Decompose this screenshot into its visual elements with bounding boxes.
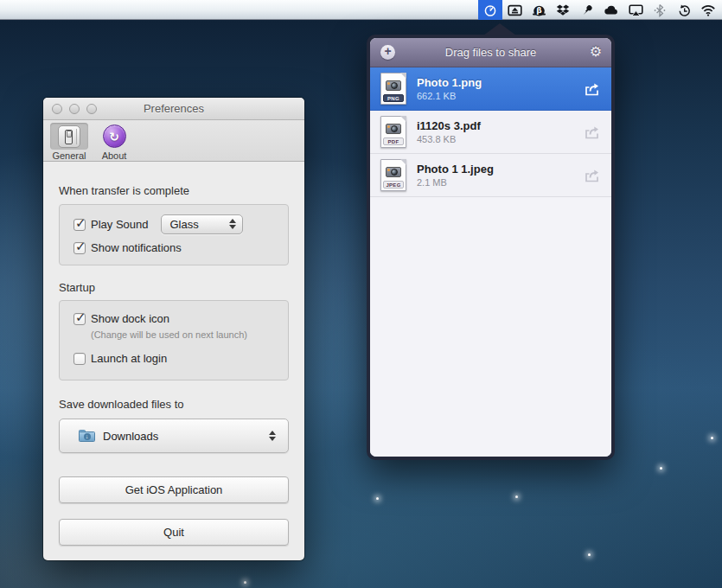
section-label-startup: Startup	[59, 281, 95, 294]
file-size: 662.1 KB	[417, 91, 583, 101]
share-icon[interactable]	[583, 125, 601, 140]
share-popover: + Drag files to share ⚙ PNG Photo 1.png …	[367, 35, 615, 460]
show-notifications-row: Show notifications	[73, 241, 288, 254]
file-name: Photo 1.png	[417, 76, 583, 89]
general-icon	[50, 123, 88, 150]
about-icon: ↻	[95, 123, 133, 150]
tab-about[interactable]: ↻ About	[93, 123, 135, 161]
tab-general-label: General	[52, 150, 86, 161]
dropbox-icon[interactable]	[551, 0, 575, 20]
preferences-toolbar: General ↻ About	[43, 120, 304, 162]
play-sound-row: Play Sound Glass	[73, 214, 288, 234]
quit-button[interactable]: Quit	[59, 519, 289, 546]
png-file-icon: PNG	[380, 73, 406, 105]
show-dock-icon-label: Show dock icon	[91, 312, 169, 325]
show-dock-icon-checkbox[interactable]	[73, 313, 86, 325]
preferences-titlebar[interactable]: Preferences	[43, 98, 304, 120]
file-row-photo1[interactable]: PNG Photo 1.png 662.1 KB	[370, 67, 611, 111]
time-machine-icon[interactable]	[672, 0, 696, 20]
startup-group-box: Show dock icon (Change will be used on n…	[59, 300, 289, 380]
bluetooth-icon[interactable]	[648, 0, 672, 20]
gear-icon[interactable]: ⚙	[590, 43, 602, 60]
get-ios-application-button[interactable]: Get iOS Application	[59, 476, 289, 503]
add-file-button[interactable]: +	[380, 45, 395, 60]
transfer-group-box: Play Sound Glass Show notifications	[59, 204, 289, 265]
airplay-icon[interactable]	[623, 0, 648, 20]
pdf-file-icon: PDF	[380, 116, 406, 148]
popup-stepper-icon	[229, 219, 236, 229]
file-size: 453.8 KB	[417, 134, 583, 144]
downloads-folder-icon: ↓	[79, 430, 95, 442]
popover-title: Drag files to share	[445, 46, 537, 59]
popover-arrow	[483, 23, 516, 35]
launch-at-login-label: Launch at login	[91, 352, 167, 365]
popup-stepper-icon	[269, 431, 276, 441]
jpeg-file-icon: JPEG	[380, 159, 406, 191]
preferences-window: Preferences General ↻ About When transfe…	[43, 98, 304, 560]
eject-display-icon[interactable]	[502, 0, 527, 20]
tab-general[interactable]: General	[48, 123, 90, 161]
sound-popup[interactable]: Glass	[161, 214, 243, 234]
file-name: i1120s 3.pdf	[417, 119, 583, 132]
launch-at-login-checkbox[interactable]	[73, 353, 86, 365]
pin-icon[interactable]	[575, 0, 599, 20]
svg-text:β: β	[536, 6, 542, 15]
show-dock-icon-row: Show dock icon	[73, 312, 288, 325]
dock-change-note: (Change will be used on next launch)	[91, 329, 288, 340]
play-sound-label: Play Sound	[91, 218, 149, 231]
window-title: Preferences	[43, 102, 304, 115]
tab-about-label: About	[102, 150, 127, 161]
section-label-save: Save downloaded files to	[59, 398, 184, 411]
show-notifications-checkbox[interactable]	[73, 242, 86, 254]
menu-bar: β	[0, 0, 722, 20]
timer-app-icon[interactable]	[478, 0, 502, 20]
file-size: 2.1 MB	[417, 177, 583, 188]
sound-popup-value: Glass	[170, 218, 199, 231]
cloud-icon[interactable]	[599, 0, 623, 20]
save-destination-value: Downloads	[103, 430, 269, 443]
wifi-icon[interactable]	[696, 0, 720, 20]
file-row-photo11[interactable]: JPEG Photo 1 1.jpeg 2.1 MB	[370, 154, 611, 197]
show-notifications-label: Show notifications	[91, 241, 182, 254]
popover-empty-area[interactable]	[370, 197, 611, 457]
file-name: Photo 1 1.jpeg	[417, 163, 583, 176]
share-icon[interactable]	[583, 168, 601, 183]
menu-bar-status-icons: β	[478, 0, 720, 20]
file-row-i1120s[interactable]: PDF i1120s 3.pdf 453.8 KB	[370, 111, 611, 154]
play-sound-checkbox[interactable]	[73, 219, 86, 231]
share-icon[interactable]	[583, 81, 601, 97]
save-destination-popup[interactable]: ↓ Downloads	[59, 419, 289, 453]
launch-at-login-row: Launch at login	[73, 352, 288, 365]
popover-header: + Drag files to share ⚙	[370, 38, 611, 67]
section-label-transfer: When transfer is complete	[59, 184, 189, 197]
beta-icon[interactable]: β	[527, 0, 551, 20]
